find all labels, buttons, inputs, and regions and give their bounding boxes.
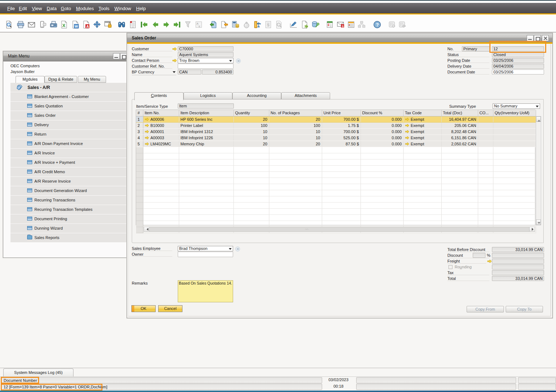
svg-text:z: z — [199, 25, 200, 28]
svg-text:$: $ — [267, 23, 269, 27]
svg-text:X: X — [62, 23, 66, 28]
svg-text:A: A — [87, 25, 89, 29]
svg-text:?: ? — [376, 22, 379, 27]
svg-text:S: S — [342, 25, 344, 28]
svg-text:W: W — [75, 25, 78, 28]
